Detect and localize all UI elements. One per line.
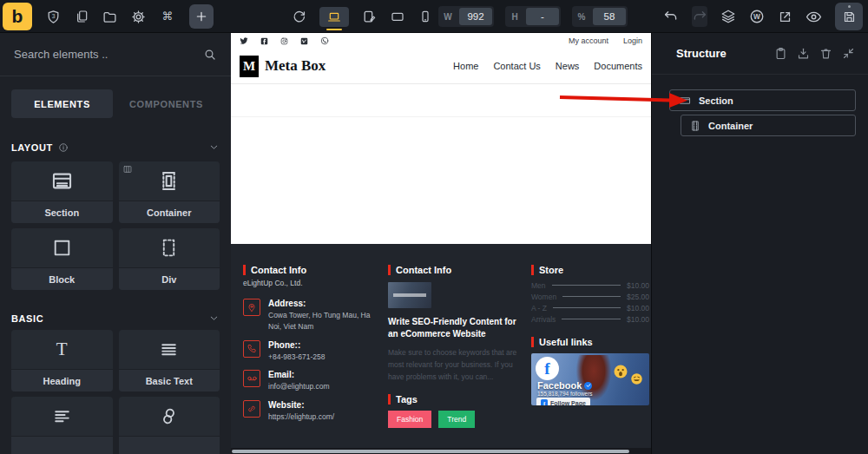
instagram-icon[interactable] [280, 37, 288, 45]
store-row[interactable]: Men$10.00 [531, 280, 649, 291]
chevron-down-icon[interactable] [208, 141, 220, 153]
facebook-page-widget[interactable]: f Facebook 155,818,794 followers f Follo… [531, 353, 649, 405]
settings-gear-icon[interactable] [131, 10, 146, 24]
nav-link-documents[interactable]: Documents [594, 61, 642, 71]
element-card-heading[interactable]: T Heading [11, 330, 113, 391]
width-input[interactable]: 992 [459, 8, 492, 25]
post-title[interactable]: Write SEO-Friendly Content for an eComme… [388, 316, 523, 339]
login-link[interactable]: Login [623, 36, 642, 45]
search-icon[interactable] [203, 48, 217, 62]
search-input[interactable] [14, 48, 203, 61]
element-card-rich-text[interactable] [11, 397, 113, 454]
store-row[interactable]: Women$25.00 [531, 291, 649, 302]
section-tree-icon [678, 95, 692, 107]
tab-components[interactable]: COMPONENTS [113, 89, 220, 118]
percent-label: % [572, 12, 591, 22]
device-mobile-button[interactable] [418, 10, 432, 23]
basic-group-header[interactable]: BASIC [11, 313, 220, 324]
nav-link-home[interactable]: Home [453, 61, 478, 71]
element-card-label: Container [119, 201, 220, 223]
layout-group-header[interactable]: LAYOUT [11, 141, 220, 153]
site-header: M Meta Box Home Contact Us News Document… [231, 49, 651, 84]
device-tablet-pen-button[interactable] [362, 10, 377, 24]
structure-panel: Structure Section Container [651, 33, 868, 454]
link-icon [243, 400, 260, 418]
structure-item-container[interactable]: Container [681, 115, 856, 136]
element-card-label: Basic Text [119, 369, 220, 391]
element-card-basic-text[interactable]: Basic Text [119, 330, 220, 391]
tags-heading: Tags [388, 394, 523, 405]
nav-link-contact[interactable]: Contact Us [493, 61, 540, 71]
voicemail-email-icon [243, 370, 260, 387]
element-card-div[interactable]: Div [119, 228, 220, 290]
element-card-label: Block [11, 267, 113, 290]
vimeo-icon[interactable] [300, 37, 308, 45]
basic-elements-grid: T Heading Basic Text [11, 330, 220, 454]
store-row[interactable]: Arrivals$10.00 [531, 313, 649, 325]
tag-trend[interactable]: Trend [438, 411, 475, 428]
whatsapp-icon[interactable] [320, 36, 329, 45]
element-card-section[interactable]: Section [11, 161, 113, 223]
scrollbar-thumb[interactable] [232, 450, 629, 454]
store-row[interactable]: A - Z$10.00 [531, 302, 649, 313]
external-link-icon[interactable] [778, 10, 792, 24]
add-element-button[interactable] [189, 4, 214, 29]
twitter-icon[interactable] [240, 36, 248, 45]
site-logo[interactable]: M [240, 56, 259, 77]
preview-canvas[interactable]: My account Login M Meta Box Home Contact… [231, 33, 651, 454]
div-element-icon [119, 228, 220, 267]
clipboard-icon[interactable] [774, 47, 787, 60]
device-desktop-button[interactable] [319, 7, 349, 27]
footer-heading: Contact Info [243, 265, 375, 275]
folder-icon[interactable] [102, 10, 117, 24]
link-element-icon [119, 397, 220, 436]
svg-text:3: 3 [52, 13, 56, 19]
facebook-page-name[interactable]: Facebook [537, 380, 582, 391]
social-icons-row [240, 36, 329, 45]
percent-input[interactable]: 58 [593, 8, 626, 25]
builder-logo[interactable]: b [3, 3, 32, 30]
height-input[interactable]: - [526, 8, 559, 25]
refresh-icon[interactable] [292, 10, 306, 24]
undo-icon[interactable] [663, 9, 679, 24]
heading-element-icon: T [11, 330, 113, 369]
followers-count: 155,818,794 followers [537, 391, 593, 397]
element-card-container[interactable]: Container [119, 161, 220, 223]
horizontal-scrollbar[interactable] [231, 448, 651, 454]
site-title[interactable]: Meta Box [265, 57, 326, 75]
search-row [0, 33, 231, 76]
structure-item-section[interactable]: Section [669, 89, 856, 111]
layers-icon[interactable] [720, 9, 736, 24]
laughing-emoji-icon [630, 372, 643, 385]
shocked-emoji-icon [613, 364, 628, 379]
tab-elements[interactable]: ELEMENTS [11, 89, 113, 118]
trash-icon[interactable] [819, 47, 832, 60]
element-card-block[interactable]: Block [11, 228, 113, 290]
facebook-icon[interactable] [260, 37, 268, 45]
follow-page-button[interactable]: f Follow Page [536, 398, 590, 405]
basic-group-title: BASIC [11, 313, 43, 324]
preview-eye-icon[interactable] [806, 9, 822, 25]
nav-link-news[interactable]: News [556, 61, 580, 71]
save-button[interactable] [835, 3, 863, 30]
shield-version-icon[interactable]: 3 [46, 10, 61, 24]
pages-icon[interactable] [75, 10, 89, 23]
import-download-icon[interactable] [797, 47, 810, 60]
chevron-down-icon[interactable] [208, 313, 220, 324]
element-card-link[interactable] [119, 397, 220, 454]
tag-fashion[interactable]: Fashion [388, 411, 431, 428]
company-name: eLightUp Co., Ltd. [243, 279, 375, 287]
location-pin-icon [243, 299, 260, 316]
verified-badge-icon [584, 382, 592, 390]
shortcuts-command-icon[interactable]: ⌘ [160, 9, 175, 24]
footer-contact-column: Contact Info eLightUp Co., Ltd. Address:… [243, 265, 375, 423]
collapse-panel-icon[interactable] [842, 47, 855, 60]
redo-icon[interactable] [692, 6, 707, 27]
wordpress-icon[interactable]: W [749, 9, 765, 24]
elements-sidebar: ELEMENTS COMPONENTS LAYOUT Section Conta… [0, 33, 231, 454]
post-thumbnail[interactable] [388, 282, 431, 308]
builder-toolbar: b 3 ⌘ [0, 0, 868, 33]
my-account-link[interactable]: My account [569, 36, 608, 45]
section-divider [231, 116, 651, 117]
device-tablet-landscape-button[interactable] [390, 10, 405, 23]
